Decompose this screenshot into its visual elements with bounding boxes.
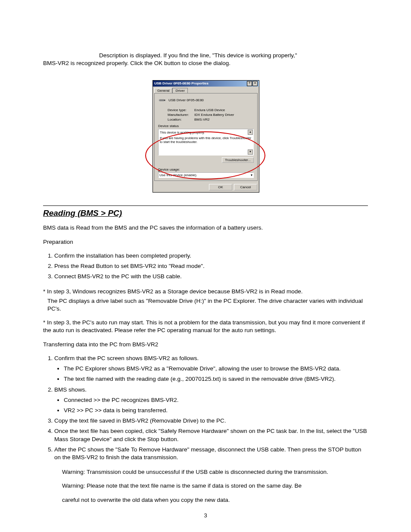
section-rule xyxy=(43,205,368,206)
section-heading: Reading (BMS > PC) xyxy=(43,208,368,218)
usb-device-icon xyxy=(158,96,166,104)
manufacturer-value: IDX Endura Battery Driver xyxy=(194,113,234,117)
note-1a: * In step 3, Windows recognizes BMS-VR2 … xyxy=(43,288,368,296)
device-status-label: Device status xyxy=(158,124,254,128)
list-item: Confirm the installation has been comple… xyxy=(54,252,368,260)
nested-list: The PC Explorer shows BMS-VR2 as a "Remo… xyxy=(54,365,368,383)
page-number: 3 xyxy=(0,512,411,519)
intro-line1-tail: . If you find the line, "This device is … xyxy=(160,52,297,59)
manufacturer-label: Manufacturer: xyxy=(168,113,194,117)
list-item-text: BMS shows. xyxy=(54,386,87,393)
status-line-1: This device is working properly. xyxy=(160,131,252,134)
help-icon[interactable]: ? xyxy=(247,81,252,86)
device-type-label: Device type: xyxy=(168,108,194,112)
warning-text: Please note that the text file name is t… xyxy=(87,482,302,489)
list-item: VR2 >> PC >> data is being transferred. xyxy=(64,407,368,414)
svg-rect-1 xyxy=(164,100,165,101)
chevron-down-icon: ▾ xyxy=(251,173,252,177)
list-item: Confirm that the PC screen shows BMS-VR2… xyxy=(54,355,368,383)
note-1b: The PC displays a drive label such as "R… xyxy=(47,297,368,313)
section-p2: Preparation xyxy=(43,238,368,246)
list-item: Connected >> the PC recognizes BMS-VR2. xyxy=(64,396,368,404)
warning-1: Warning: Transmission could be unsuccess… xyxy=(62,468,368,476)
list-item: Press the Read Button to set BMS-VR2 int… xyxy=(54,262,368,270)
ok-button[interactable]: OK xyxy=(209,184,232,190)
device-type-value: Endura USB Device xyxy=(194,108,225,112)
section-p1: BMS data is Read from the BMS and the PC… xyxy=(43,224,368,232)
svg-rect-0 xyxy=(159,100,164,102)
warning-text-2: careful not to overwrite the old data wh… xyxy=(62,496,368,504)
status-line-2: If you are having problems with this dev… xyxy=(160,136,252,144)
list-item: Copy the text file saved in BMS-VR2 (Rem… xyxy=(54,417,368,425)
intro-line2: BMS-VR2 is recognized properly. Click th… xyxy=(43,60,230,66)
tab-panel-general: USB Driver 0F05-0E80 Device type: Endura… xyxy=(154,93,258,181)
list-item: BMS shows. Connected >> the PC recognize… xyxy=(54,386,368,415)
list-item-text: Confirm that the PC screen shows BMS-VR2… xyxy=(54,355,199,361)
list-item: Connect BMS-VR2 to the PC with the USB c… xyxy=(54,273,368,280)
warning-2: Warning: Please note that the text file … xyxy=(62,482,368,504)
location-value: BMS-VR2 xyxy=(194,118,210,121)
scroll-down-icon[interactable]: ▼ xyxy=(248,149,253,155)
tab-driver[interactable]: Driver xyxy=(172,88,187,93)
dialog-titlebar: USB Driver 0F05-0E80 Properties ? × xyxy=(153,81,259,87)
list-item: The PC Explorer shows BMS-VR2 as a "Remo… xyxy=(64,365,368,373)
device-usage-label: Device usage: xyxy=(158,168,254,171)
device-usage-value: Use this device (enable) xyxy=(159,173,196,177)
scroll-up-icon[interactable]: ▲ xyxy=(248,130,253,135)
list-item: Once the text file has been copied, clic… xyxy=(54,427,368,443)
preparation-list: Confirm the installation has been comple… xyxy=(43,252,368,281)
nested-list: Connected >> the PC recognizes BMS-VR2. … xyxy=(54,396,368,414)
tab-general[interactable]: General xyxy=(154,88,172,93)
device-status-box: This device is working properly. If you … xyxy=(158,129,254,156)
device-name: USB Driver 0F05-0E80 xyxy=(168,98,204,102)
note-2: * In step 3, the PC's auto run may start… xyxy=(43,319,368,334)
location-label: Location: xyxy=(168,118,194,121)
warning-text: Transmission could be unsuccessful if th… xyxy=(87,469,328,475)
properties-dialog: USB Driver 0F05-0E80 Properties ? × Gene… xyxy=(153,80,259,193)
list-item: After the PC shows the "Safe To Remove H… xyxy=(54,446,368,461)
intro-line1: Description is displayed xyxy=(99,52,160,59)
section-p3: Transferring data into the PC from BMS-V… xyxy=(43,341,368,348)
transfer-list: Confirm that the PC screen shows BMS-VR2… xyxy=(43,355,368,461)
dialog-title: USB Driver 0F05-0E80 Properties xyxy=(154,81,209,87)
troubleshooter-button[interactable]: Troubleshooter... xyxy=(222,157,254,163)
tab-row: General Driver xyxy=(153,87,259,93)
svg-rect-2 xyxy=(159,100,160,101)
warning-label: Warning: xyxy=(62,482,85,489)
close-icon[interactable]: × xyxy=(252,81,258,86)
cancel-button[interactable]: Cancel xyxy=(234,184,257,190)
warning-label: Warning: xyxy=(62,469,85,475)
list-item: The text file named with the reading dat… xyxy=(64,375,368,383)
intro-paragraph: Description is displayed. If you find th… xyxy=(43,52,368,67)
section-body: BMS data is Read from the BMS and the PC… xyxy=(43,224,368,504)
device-usage-select[interactable]: Use this device (enable) ▾ xyxy=(158,172,254,178)
